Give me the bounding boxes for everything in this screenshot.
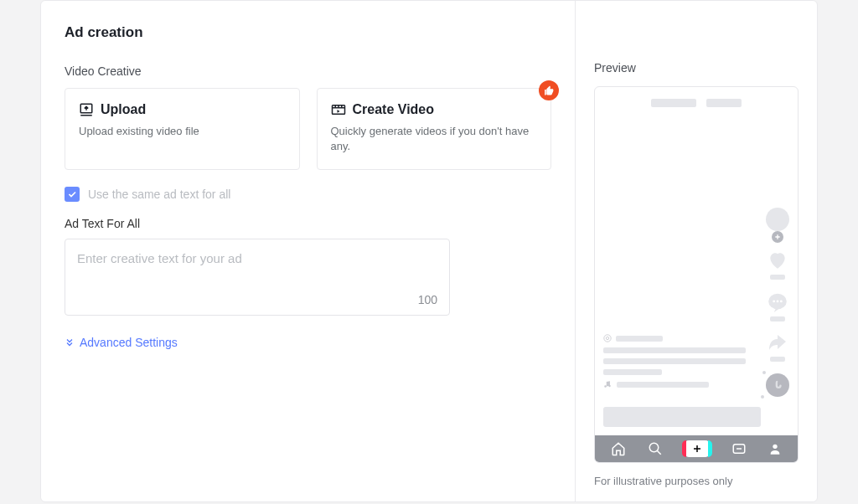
add-post-button [685, 440, 710, 457]
ad-text-wrap: 100 [65, 239, 450, 316]
home-icon [611, 441, 626, 456]
left-column: Ad creation Video Creative Upload Upload… [41, 1, 576, 501]
ad-text-input[interactable] [77, 251, 437, 293]
svg-point-7 [606, 337, 608, 339]
upload-card-desc: Upload existing video file [79, 124, 286, 139]
advanced-settings-toggle[interactable]: Advanced Settings [65, 336, 178, 349]
phone-bottom-nav [595, 435, 798, 462]
page-title: Ad creation [65, 24, 551, 41]
create-video-card-desc: Quickly generate videos if you don't hav… [331, 124, 538, 154]
upload-icon [79, 102, 94, 117]
char-counter: 100 [418, 293, 437, 306]
skeleton-bar [616, 336, 663, 342]
same-text-label: Use the same ad text for all [88, 188, 230, 201]
skeleton-bar [617, 382, 709, 388]
creative-cards: Upload Upload existing video file [65, 88, 551, 170]
svg-point-6 [604, 335, 611, 342]
preview-label: Preview [594, 61, 799, 75]
video-creative-label: Video Creative [65, 64, 551, 78]
music-row [603, 380, 746, 388]
preview-footnote: For illustrative purposes only [594, 475, 799, 487]
same-text-row: Use the same ad text for all [65, 187, 551, 202]
svg-point-8 [649, 443, 659, 452]
upload-title-text: Upload [101, 102, 146, 117]
phone-body [595, 112, 798, 435]
music-note-icon [603, 380, 612, 388]
svg-point-10 [773, 445, 777, 449]
inbox-icon [731, 441, 747, 456]
upload-card-title: Upload [79, 102, 286, 117]
thumbs-up-badge [539, 80, 559, 100]
share-icon [767, 333, 788, 362]
side-actions [766, 208, 789, 397]
phone-top-tabs [595, 87, 798, 112]
ad-text-label: Ad Text For All [65, 217, 551, 230]
same-text-checkbox[interactable] [65, 187, 80, 202]
skeleton-bar [603, 369, 662, 375]
like-icon [767, 249, 788, 280]
cta-skeleton [603, 407, 761, 427]
plus-icon [772, 231, 783, 243]
svg-point-4 [777, 301, 779, 303]
upload-card[interactable]: Upload Upload existing video file [65, 88, 300, 170]
caption-area [603, 334, 746, 388]
create-video-card[interactable]: Create Video Quickly generate videos if … [317, 88, 552, 170]
avatar-icon [766, 208, 789, 238]
at-icon [603, 334, 612, 342]
search-icon [648, 441, 663, 456]
video-icon [331, 102, 346, 117]
skeleton-bar [651, 99, 696, 107]
skeleton-bar [706, 99, 742, 107]
create-video-card-title: Create Video [331, 102, 538, 117]
comment-icon [767, 291, 788, 321]
svg-point-5 [780, 301, 783, 303]
ad-creation-panel: Ad creation Video Creative Upload Upload… [40, 0, 818, 502]
chevron-double-down-icon [65, 337, 75, 347]
profile-icon [768, 442, 782, 455]
skeleton-bar [603, 347, 746, 353]
record-icon [766, 373, 789, 397]
advanced-settings-label: Advanced Settings [80, 336, 178, 349]
skeleton-bar [603, 358, 746, 364]
phone-preview [594, 86, 799, 463]
svg-point-3 [773, 301, 775, 303]
right-column: Preview [576, 1, 817, 501]
create-title-text: Create Video [353, 102, 435, 117]
